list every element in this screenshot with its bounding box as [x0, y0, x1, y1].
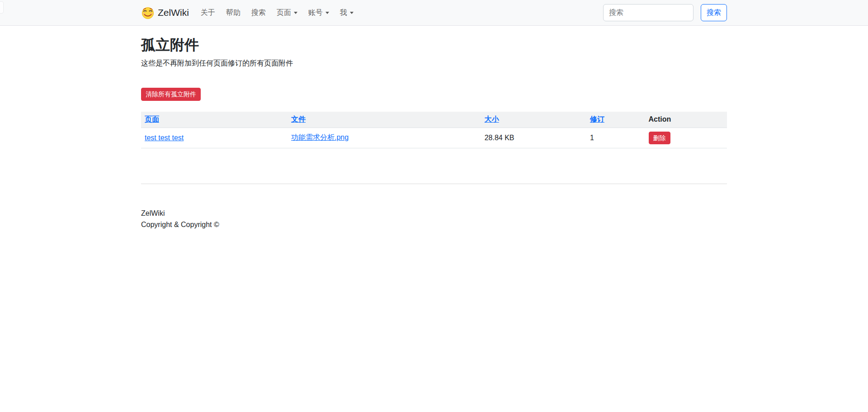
nav-dropdown-pages[interactable]: 页面	[271, 5, 303, 21]
caret-down-icon	[350, 12, 354, 14]
main-content: 孤立附件 这些是不再附加到任何页面修订的所有页面附件 清除所有孤立附件 页面 文…	[141, 26, 727, 230]
nav-menu: 关于 帮助 搜索 页面 账号 我	[195, 5, 359, 21]
table-header-row: 页面 文件 大小 修订 Action	[141, 112, 727, 128]
brand-link[interactable]: ZelWiki	[141, 6, 189, 19]
brand-name: ZelWiki	[158, 7, 189, 18]
sort-header-size[interactable]: 大小	[485, 115, 499, 123]
table-row: test test test 功能需求分析.png 28.84 KB 1 删除	[141, 128, 727, 148]
footer-copyright: Copyright & Copyright ©	[141, 219, 727, 231]
search-button[interactable]: 搜索	[701, 4, 727, 21]
caret-down-icon	[326, 12, 329, 14]
footer-site-name: ZelWiki	[141, 208, 727, 219]
nav-item-help[interactable]: 帮助	[221, 5, 246, 21]
sort-header-file[interactable]: 文件	[291, 115, 306, 123]
edge-artifact	[0, 1, 4, 14]
size-cell: 28.84 KB	[481, 128, 586, 148]
page-description: 这些是不再附加到任何页面修订的所有页面附件	[141, 58, 727, 69]
delete-button[interactable]: 删除	[649, 132, 670, 144]
navbar: ZelWiki 关于 帮助 搜索 页面 账号 我 搜索	[0, 0, 868, 26]
sort-header-revision[interactable]: 修订	[590, 115, 604, 123]
page-title: 孤立附件	[141, 36, 727, 53]
file-link[interactable]: 功能需求分析.png	[291, 133, 349, 141]
purge-all-orphaned-button[interactable]: 清除所有孤立附件	[141, 88, 201, 100]
action-header: Action	[645, 112, 727, 128]
smiley-logo-icon	[141, 6, 155, 19]
sort-header-page[interactable]: 页面	[145, 115, 159, 123]
caret-down-icon	[294, 12, 297, 14]
nav-item-about[interactable]: 关于	[195, 5, 221, 21]
search-input[interactable]	[603, 4, 693, 21]
nav-dropdown-account[interactable]: 账号	[303, 5, 335, 21]
nav-dropdown-me[interactable]: 我	[335, 5, 359, 21]
orphaned-attachments-table: 页面 文件 大小 修订 Action test test test 功能需求分析…	[141, 112, 727, 148]
nav-item-search[interactable]: 搜索	[246, 5, 271, 21]
footer: ZelWiki Copyright & Copyright ©	[141, 184, 727, 231]
revision-cell: 1	[586, 128, 645, 148]
page-link[interactable]: test test test	[145, 134, 184, 142]
search-form: 搜索	[603, 4, 727, 21]
